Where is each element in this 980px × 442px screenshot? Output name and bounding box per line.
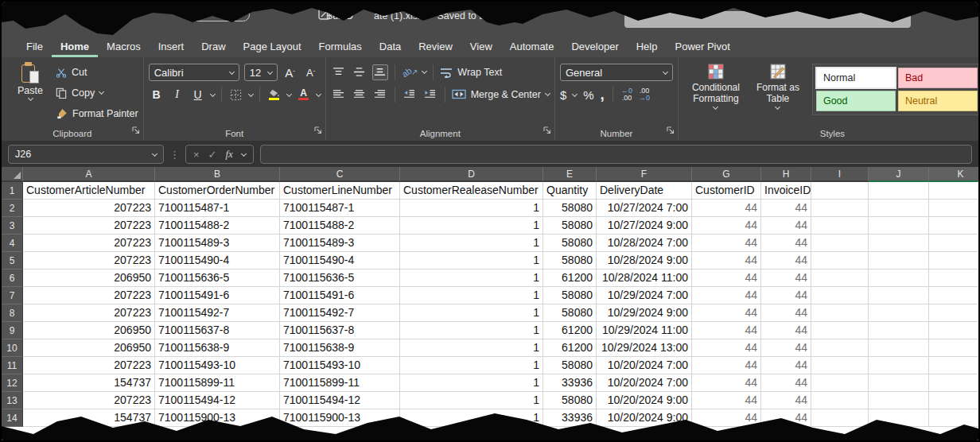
cell-B11[interactable]: 7100115493-10 [155,357,280,374]
cell-H3[interactable]: 44 [761,217,811,235]
cell-C7[interactable]: 7100115491-6 [280,287,400,304]
increase-decimal-button[interactable]: ←0.00 [621,87,632,102]
cell-F2[interactable]: 10/27/2024 7:00 [597,200,692,217]
column-header-H[interactable]: H [761,167,811,182]
bold-button[interactable]: B [149,87,165,103]
row-header-5[interactable]: 5 [2,252,23,269]
cell-B9[interactable]: 7100115637-8 [155,322,280,339]
borders-button[interactable] [228,87,244,103]
row-header-3[interactable]: 3 [2,217,23,235]
column-header-K[interactable]: K [929,167,978,182]
cell-D8[interactable]: 1 [400,304,543,322]
column-header-D[interactable]: D [400,167,543,182]
cell-H11[interactable]: 44 [761,357,811,374]
cell-G11[interactable]: 44 [692,357,761,374]
title-chevron-down-icon[interactable] [495,10,501,24]
orientation-chevron-icon[interactable] [422,68,427,74]
row-header-13[interactable]: 13 [2,392,23,409]
cell-E2[interactable]: 58080 [543,200,597,217]
cell-A6[interactable]: 206950 [23,269,155,287]
cell-A10[interactable]: 206950 [23,339,155,357]
cell-E13[interactable]: 58080 [543,392,597,409]
cell-D2[interactable]: 1 [400,200,543,217]
cell-D6[interactable]: 1 [400,269,543,287]
cell-H7[interactable]: 44 [761,287,811,304]
align-top-button[interactable] [331,64,347,80]
cell-E5[interactable]: 58080 [543,252,597,269]
cell-H5[interactable]: 44 [761,252,811,269]
row-header-11[interactable]: 11 [2,357,23,374]
cell-I12[interactable] [811,374,869,392]
number-format-combo[interactable]: General [560,64,673,81]
cell-C12[interactable]: 7100115899-11 [280,374,400,392]
cell-J7[interactable] [869,287,929,304]
cell-E11[interactable]: 58080 [543,357,597,374]
cell-C13[interactable]: 7100115494-12 [280,392,400,409]
cell-F1[interactable]: DeliveryDate [597,182,692,200]
cell-H1[interactable]: InvoiceID [761,182,811,200]
cell-E8[interactable]: 58080 [543,304,597,322]
cell-G1[interactable]: CustomerID [692,182,761,200]
clipboard-dialog-launcher[interactable] [132,123,140,138]
cell-A5[interactable]: 207223 [23,252,155,269]
cell-J3[interactable] [869,217,929,235]
cell-A11[interactable]: 207223 [23,357,155,374]
underline-chevron-icon[interactable] [210,91,216,96]
cell-E3[interactable]: 58080 [543,217,597,235]
borders-chevron-icon[interactable] [248,91,254,96]
name-box[interactable]: J26 [8,145,164,164]
style-chip-neutral[interactable]: Neutral [898,91,978,111]
number-dialog-launcher[interactable] [667,123,675,138]
row-header-9[interactable]: 9 [2,322,23,339]
cell-J1[interactable] [869,182,929,200]
tab-formulas[interactable]: Formulas [310,35,371,57]
alignment-dialog-launcher[interactable] [543,123,551,138]
search-box[interactable] [624,11,911,28]
cell-A13[interactable]: 207223 [23,392,155,409]
cell-H9[interactable]: 44 [761,322,811,339]
tab-macros[interactable]: Macros [98,35,150,57]
fill-color-button[interactable] [266,87,282,103]
cell-K2[interactable] [929,200,978,217]
row-header-4[interactable]: 4 [2,235,23,252]
cell-G10[interactable]: 44 [692,339,761,357]
merge-center-button[interactable]: Merge & Center [452,86,550,103]
cell-I4[interactable] [811,235,869,252]
cell-G3[interactable]: 44 [692,217,761,235]
cell-H6[interactable]: 44 [761,269,811,287]
align-center-button[interactable] [352,87,368,103]
cell-F11[interactable]: 10/20/2024 7:00 [597,357,692,374]
row-header-14[interactable]: 14 [2,409,23,427]
cell-J12[interactable] [869,374,929,392]
cell-A1[interactable]: CustomerArticleNumber [23,182,155,200]
row-header-12[interactable]: 12 [2,374,23,392]
cell-I8[interactable] [811,304,869,322]
cut-button[interactable]: Cut [56,64,138,80]
decrease-indent-button[interactable] [402,87,418,103]
cell-J14[interactable] [869,409,929,427]
enter-icon[interactable]: ✓ [208,149,217,161]
comma-style-button[interactable]: , [601,91,605,99]
cell-F3[interactable]: 10/27/2024 9:00 [597,217,692,235]
wrap-text-button[interactable]: Wrap Text [440,64,502,80]
cell-B5[interactable]: 7100115490-4 [155,252,280,269]
row-header-7[interactable]: 7 [2,287,23,304]
align-middle-button[interactable] [352,64,368,80]
cell-J2[interactable] [869,200,929,217]
align-right-button[interactable] [372,87,388,103]
row-header-1[interactable]: 1 [2,182,23,200]
cell-A3[interactable]: 207223 [23,217,155,235]
cell-F4[interactable]: 10/28/2024 7:00 [597,235,692,252]
cell-B1[interactable]: CustomerOrderNumber [155,182,280,200]
font-dialog-launcher[interactable] [314,123,322,138]
row-header-2[interactable]: 2 [2,200,23,217]
tab-draw[interactable]: Draw [192,35,234,57]
cell-G7[interactable]: 44 [692,287,761,304]
cell-J5[interactable] [869,252,929,269]
cell-D9[interactable]: 1 [400,322,543,339]
cell-F14[interactable]: 10/20/2024 9:00 [597,409,692,427]
cell-D7[interactable]: 1 [400,287,543,304]
cell-H13[interactable]: 44 [761,392,811,409]
cell-C9[interactable]: 7100115637-8 [280,322,400,339]
shrink-font-button[interactable]: Aˇ [303,64,319,80]
